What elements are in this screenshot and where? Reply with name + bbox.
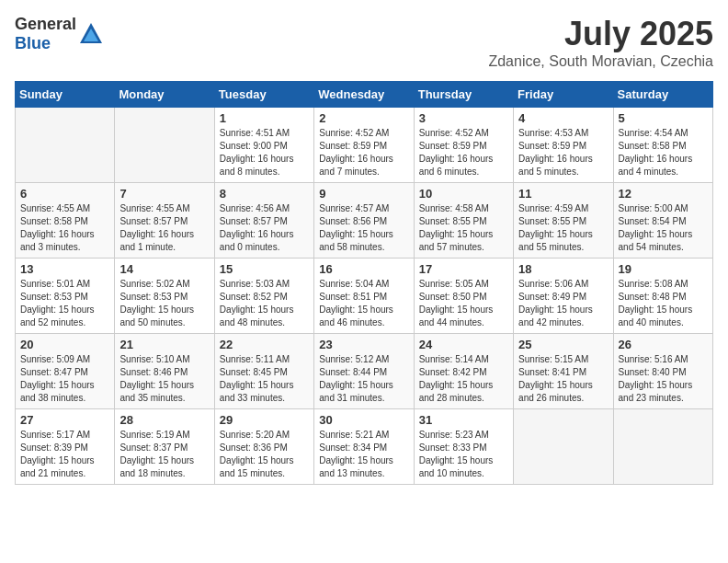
- day-number: 22: [220, 338, 309, 351]
- logo-general: General: [15, 15, 76, 33]
- day-info: Sunrise: 5:08 AM Sunset: 8:48 PM Dayligh…: [619, 278, 708, 329]
- weekday-header-friday: Friday: [514, 82, 613, 108]
- calendar-cell: 29Sunrise: 5:20 AM Sunset: 8:36 PM Dayli…: [214, 409, 313, 485]
- day-number: 8: [220, 187, 309, 201]
- weekday-header-tuesday: Tuesday: [214, 82, 313, 108]
- day-number: 30: [319, 413, 408, 427]
- day-info: Sunrise: 5:16 AM Sunset: 8:40 PM Dayligh…: [619, 353, 708, 405]
- weekday-header-saturday: Saturday: [613, 82, 712, 108]
- calendar-cell: 10Sunrise: 4:58 AM Sunset: 8:55 PM Dayli…: [414, 183, 513, 259]
- calendar-cell: 31Sunrise: 5:23 AM Sunset: 8:33 PM Dayli…: [414, 409, 513, 485]
- day-number: 3: [419, 111, 508, 125]
- day-info: Sunrise: 5:17 AM Sunset: 8:39 PM Dayligh…: [20, 429, 109, 480]
- calendar-cell: [16, 108, 115, 183]
- day-number: 9: [319, 187, 408, 201]
- day-info: Sunrise: 5:11 AM Sunset: 8:45 PM Dayligh…: [220, 353, 309, 405]
- calendar-cell: 4Sunrise: 4:53 AM Sunset: 8:59 PM Daylig…: [514, 108, 613, 183]
- day-number: 26: [619, 338, 708, 351]
- day-info: Sunrise: 5:15 AM Sunset: 8:41 PM Dayligh…: [518, 353, 608, 405]
- weekday-header-monday: Monday: [115, 82, 214, 108]
- day-info: Sunrise: 5:20 AM Sunset: 8:36 PM Dayligh…: [220, 429, 309, 480]
- day-info: Sunrise: 4:53 AM Sunset: 8:59 PM Dayligh…: [518, 127, 608, 178]
- calendar-title: July 2025: [488, 15, 713, 53]
- title-block: July 2025 Zdanice, South Moravian, Czech…: [488, 15, 713, 70]
- day-number: 12: [619, 187, 708, 201]
- day-info: Sunrise: 4:51 AM Sunset: 9:00 PM Dayligh…: [220, 127, 309, 178]
- week-row-3: 13Sunrise: 5:01 AM Sunset: 8:53 PM Dayli…: [16, 259, 713, 334]
- day-info: Sunrise: 5:01 AM Sunset: 8:53 PM Dayligh…: [20, 278, 109, 329]
- day-info: Sunrise: 4:59 AM Sunset: 8:55 PM Dayligh…: [518, 202, 608, 254]
- day-number: 6: [20, 187, 109, 201]
- day-number: 18: [518, 262, 608, 276]
- day-info: Sunrise: 4:55 AM Sunset: 8:58 PM Dayligh…: [20, 202, 109, 254]
- calendar-cell: [514, 409, 613, 485]
- day-number: 31: [419, 413, 508, 427]
- day-info: Sunrise: 5:21 AM Sunset: 8:34 PM Dayligh…: [319, 429, 408, 480]
- logo-blue: Blue: [15, 34, 51, 52]
- calendar-cell: 12Sunrise: 5:00 AM Sunset: 8:54 PM Dayli…: [613, 183, 712, 259]
- day-number: 21: [119, 338, 209, 351]
- calendar-cell: 6Sunrise: 4:55 AM Sunset: 8:58 PM Daylig…: [16, 183, 115, 259]
- day-number: 7: [119, 187, 209, 201]
- day-info: Sunrise: 5:09 AM Sunset: 8:47 PM Dayligh…: [20, 353, 109, 405]
- calendar-cell: 5Sunrise: 4:54 AM Sunset: 8:58 PM Daylig…: [613, 108, 712, 183]
- day-info: Sunrise: 5:06 AM Sunset: 8:49 PM Dayligh…: [518, 278, 608, 329]
- calendar-cell: 2Sunrise: 4:52 AM Sunset: 8:59 PM Daylig…: [314, 108, 414, 183]
- day-info: Sunrise: 5:19 AM Sunset: 8:37 PM Dayligh…: [119, 429, 209, 480]
- calendar-cell: 16Sunrise: 5:04 AM Sunset: 8:51 PM Dayli…: [314, 259, 414, 334]
- week-row-5: 27Sunrise: 5:17 AM Sunset: 8:39 PM Dayli…: [16, 409, 713, 485]
- day-number: 19: [619, 262, 708, 276]
- weekday-header-thursday: Thursday: [414, 82, 513, 108]
- calendar-location: Zdanice, South Moravian, Czechia: [488, 53, 713, 70]
- week-row-2: 6Sunrise: 4:55 AM Sunset: 8:58 PM Daylig…: [16, 183, 713, 259]
- calendar-cell: 26Sunrise: 5:16 AM Sunset: 8:40 PM Dayli…: [613, 334, 712, 409]
- day-number: 24: [419, 338, 508, 351]
- calendar-cell: 18Sunrise: 5:06 AM Sunset: 8:49 PM Dayli…: [514, 259, 613, 334]
- day-number: 25: [518, 338, 608, 351]
- calendar-cell: 17Sunrise: 5:05 AM Sunset: 8:50 PM Dayli…: [414, 259, 513, 334]
- calendar-cell: 19Sunrise: 5:08 AM Sunset: 8:48 PM Dayli…: [613, 259, 712, 334]
- day-number: 14: [119, 262, 209, 276]
- calendar-cell: 20Sunrise: 5:09 AM Sunset: 8:47 PM Dayli…: [16, 334, 115, 409]
- day-number: 1: [220, 111, 309, 125]
- calendar-cell: 30Sunrise: 5:21 AM Sunset: 8:34 PM Dayli…: [314, 409, 414, 485]
- calendar-cell: 3Sunrise: 4:52 AM Sunset: 8:59 PM Daylig…: [414, 108, 513, 183]
- weekday-header-row: SundayMondayTuesdayWednesdayThursdayFrid…: [16, 82, 713, 108]
- day-info: Sunrise: 5:00 AM Sunset: 8:54 PM Dayligh…: [619, 202, 708, 254]
- day-info: Sunrise: 5:10 AM Sunset: 8:46 PM Dayligh…: [119, 353, 209, 405]
- day-info: Sunrise: 5:02 AM Sunset: 8:53 PM Dayligh…: [119, 278, 209, 329]
- calendar-cell: 8Sunrise: 4:56 AM Sunset: 8:57 PM Daylig…: [214, 183, 313, 259]
- logo-icon: [78, 21, 104, 47]
- day-number: 27: [20, 413, 109, 427]
- calendar-cell: 1Sunrise: 4:51 AM Sunset: 9:00 PM Daylig…: [214, 108, 313, 183]
- day-number: 16: [319, 262, 408, 276]
- calendar-cell: 15Sunrise: 5:03 AM Sunset: 8:52 PM Dayli…: [214, 259, 313, 334]
- day-info: Sunrise: 4:52 AM Sunset: 8:59 PM Dayligh…: [319, 127, 408, 178]
- calendar-cell: 7Sunrise: 4:55 AM Sunset: 8:57 PM Daylig…: [115, 183, 214, 259]
- day-info: Sunrise: 4:56 AM Sunset: 8:57 PM Dayligh…: [220, 202, 309, 254]
- day-info: Sunrise: 5:12 AM Sunset: 8:44 PM Dayligh…: [319, 353, 408, 405]
- calendar-cell: 22Sunrise: 5:11 AM Sunset: 8:45 PM Dayli…: [214, 334, 313, 409]
- calendar-cell: [613, 409, 712, 485]
- day-number: 17: [419, 262, 508, 276]
- calendar-cell: 21Sunrise: 5:10 AM Sunset: 8:46 PM Dayli…: [115, 334, 214, 409]
- weekday-header-sunday: Sunday: [16, 82, 115, 108]
- day-info: Sunrise: 4:54 AM Sunset: 8:58 PM Dayligh…: [619, 127, 708, 178]
- day-number: 20: [20, 338, 109, 351]
- calendar-cell: [115, 108, 214, 183]
- logo-text: General Blue: [15, 15, 76, 53]
- day-number: 23: [319, 338, 408, 351]
- day-number: 10: [419, 187, 508, 201]
- day-info: Sunrise: 5:23 AM Sunset: 8:33 PM Dayligh…: [419, 429, 508, 480]
- calendar-cell: 23Sunrise: 5:12 AM Sunset: 8:44 PM Dayli…: [314, 334, 414, 409]
- day-number: 15: [220, 262, 309, 276]
- calendar-cell: 28Sunrise: 5:19 AM Sunset: 8:37 PM Dayli…: [115, 409, 214, 485]
- calendar-cell: 13Sunrise: 5:01 AM Sunset: 8:53 PM Dayli…: [16, 259, 115, 334]
- calendar-cell: 27Sunrise: 5:17 AM Sunset: 8:39 PM Dayli…: [16, 409, 115, 485]
- day-number: 28: [119, 413, 209, 427]
- day-info: Sunrise: 5:04 AM Sunset: 8:51 PM Dayligh…: [319, 278, 408, 329]
- day-number: 4: [518, 111, 608, 125]
- day-info: Sunrise: 4:52 AM Sunset: 8:59 PM Dayligh…: [419, 127, 508, 178]
- calendar-cell: 9Sunrise: 4:57 AM Sunset: 8:56 PM Daylig…: [314, 183, 414, 259]
- weekday-header-wednesday: Wednesday: [314, 82, 414, 108]
